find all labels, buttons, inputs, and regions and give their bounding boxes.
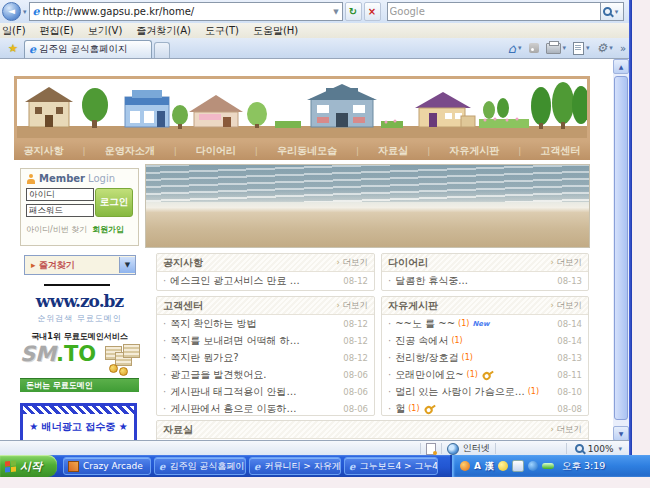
menu-tools[interactable]: 도구(T) (205, 24, 239, 38)
tools-button[interactable]: ▾ (597, 41, 613, 55)
menu-edit[interactable]: 편집(E) (40, 24, 74, 38)
feeds-button[interactable] (529, 43, 539, 53)
refresh-button[interactable]: ↻ (345, 2, 362, 21)
select-dropdown-icon[interactable]: ▼ (119, 257, 135, 273)
secret-key-icon (423, 402, 437, 415)
nav-town[interactable]: 우리동네모습 (277, 144, 337, 158)
address-toolbar: ▾ http://www.gapsu.pe.kr/home/ ▼ ↻ × ▾ (0, 0, 632, 24)
search-options-icon[interactable]: ▾ (615, 8, 619, 16)
address-dropdown-icon[interactable]: ▼ (333, 8, 338, 16)
freeboard-more-link[interactable]: 더보기 (550, 300, 582, 312)
task-crazy-arcade[interactable]: Crazy Arcade (63, 457, 151, 475)
scroll-up-icon[interactable]: ▲ (613, 59, 629, 74)
windows-flag-icon (5, 460, 16, 472)
freeboard-item[interactable]: ~~노 를 ~~ (1) New 08-14 (382, 315, 588, 332)
favorites-select[interactable]: 즐겨찾기 ▼ (24, 255, 136, 275)
menu-help[interactable]: 도움말(H) (253, 24, 298, 38)
zone-label: 인터넷 (463, 442, 490, 455)
stop-button[interactable]: × (364, 2, 381, 21)
zobz-domain[interactable]: www.zo.bz (20, 291, 139, 311)
browser-tab[interactable]: 김주임 공식홈페이지 (24, 40, 152, 58)
nav-notice[interactable]: 공지사항 (24, 144, 64, 158)
history-dropdown-icon[interactable]: ▾ (23, 8, 27, 16)
banner-ad-recruit[interactable]: ★ 배너광고 접수중 ★ (20, 403, 137, 441)
site-navigation: 공지사항| 운영자소개| 다이어리| 우리동네모습| 자료실| 자유게시판| 고… (14, 141, 590, 160)
task-community[interactable]: 커뮤니티 > 자유게... (249, 457, 341, 475)
nav-customer[interactable]: 고객센터 (540, 144, 580, 158)
notice-title: 공지사항 (163, 256, 203, 270)
task-homepage[interactable]: 김주임 공식홈페이... (154, 457, 246, 475)
free-board: 자유게시판 더보기 ~~노 를 ~~ (1) New 08-14 진공 속에서 … (381, 296, 589, 416)
archive-more-link[interactable]: 더보기 (550, 424, 582, 436)
zoom-control[interactable]: 100% ▾ (567, 444, 632, 454)
smto-ad-banner[interactable]: 국내1위 무료도메인서비스 SM.TO 돈버는 무료도메인 (20, 331, 139, 397)
customer-more-link[interactable]: 더보기 (336, 300, 368, 312)
customer-item[interactable]: 게시판에서 홈으로 이동하…08-06 (157, 400, 374, 417)
nav-diary[interactable]: 다이어리 (196, 144, 236, 158)
login-button[interactable]: 로그인 (95, 188, 133, 217)
join-link[interactable]: 회원가입 (92, 224, 124, 235)
menu-favorites[interactable]: 즐겨찾기(A) (136, 24, 191, 38)
village-banner (14, 76, 590, 141)
menu-file[interactable]: 일(F) (2, 24, 26, 38)
page-button[interactable]: ▾ (573, 42, 590, 55)
diary-title: 다이어리 (388, 256, 428, 270)
sidebar-divider (44, 284, 110, 286)
search-input[interactable] (388, 5, 600, 18)
diary-more-link[interactable]: 더보기 (550, 257, 582, 269)
print-button[interactable]: ▾ (546, 43, 567, 54)
customer-item[interactable]: 광고글을 발견했어요.08-06 (157, 366, 374, 383)
tray-messenger-icon[interactable] (498, 461, 508, 471)
ie-task-icon (254, 461, 260, 472)
customer-item[interactable]: 쪽지를 보내려면 어떡해 하…08-12 (157, 332, 374, 349)
nav-archive[interactable]: 자료실 (378, 144, 408, 158)
page-scrollbar[interactable]: ▲ ▼ (613, 59, 629, 441)
back-button[interactable] (2, 2, 21, 21)
tray-notes-icon[interactable] (512, 460, 524, 472)
customer-item[interactable]: 게시판내 태그적용이 안됩…08-06 (157, 383, 374, 400)
page-viewport: 공지사항| 운영자소개| 다이어리| 우리동네모습| 자료실| 자유게시판| 고… (0, 58, 629, 441)
password-input[interactable] (26, 204, 94, 217)
task-gnuboard[interactable]: 그누보드4 > 그누4 ... (344, 457, 438, 475)
favorites-star-icon[interactable]: ★ (8, 42, 18, 55)
ie-task-icon (159, 461, 165, 472)
zoom-icon (575, 444, 585, 454)
nav-freeboard[interactable]: 자유게시판 (449, 144, 499, 158)
tray-antivirus-icon[interactable] (542, 463, 554, 469)
smto-tagline: 국내1위 무료도메인서비스 (20, 331, 139, 342)
ime-hanja-indicator[interactable]: 漢 (485, 460, 494, 473)
find-id-link[interactable]: 아이디/비번 찾기 (26, 224, 87, 235)
customer-item[interactable]: 쪽지란 뭔가요?08-12 (157, 349, 374, 366)
search-box[interactable] (387, 2, 601, 21)
freeboard-item[interactable]: 천리향/장호걸 (1) 08-13 (382, 349, 588, 366)
notice-item[interactable]: 에스크인 광고서비스 만료 … 08-12 (157, 272, 374, 289)
toolbar-overflow-chevron[interactable]: » (620, 43, 626, 54)
new-tab-stub[interactable] (154, 42, 170, 58)
search-button[interactable]: ▾ (601, 2, 624, 21)
menu-view[interactable]: 보기(V) (88, 24, 123, 38)
customer-title: 고객센터 (163, 299, 203, 313)
scrollbar-thumb[interactable] (614, 76, 628, 420)
freeboard-item[interactable]: 헐 (1) 08-08 (382, 400, 588, 417)
freeboard-item[interactable]: 멀리 있는 사람이 가슴으로… (1) 08-10 (382, 383, 588, 400)
zobz-ad-banner[interactable]: www.zo.bz 순위검색 무료도메인 (20, 291, 139, 324)
comment-count: (1) (528, 387, 539, 396)
diary-item[interactable]: 달콤한 휴식중... 08-13 (382, 272, 588, 289)
home-button[interactable]: ▾ (508, 41, 522, 56)
address-bar[interactable]: http://www.gapsu.pe.kr/home/ ▼ (29, 2, 343, 21)
id-input[interactable] (26, 188, 94, 201)
notice-more-link[interactable]: 더보기 (336, 257, 368, 269)
scroll-down-icon[interactable]: ▼ (613, 426, 629, 441)
url-text[interactable]: http://www.gapsu.pe.kr/home/ (43, 6, 195, 17)
freeboard-item[interactable]: 진공 속에서 (1) 08-14 (382, 332, 588, 349)
freeboard-item[interactable]: 오래만이에요~ (1) 08-11 (382, 366, 588, 383)
start-button[interactable]: 시작 (0, 455, 57, 477)
zobz-subtitle: 순위검색 무료도메인 (20, 313, 139, 324)
tray-network-icon[interactable] (528, 461, 538, 471)
ime-language-indicator[interactable]: A (474, 461, 481, 471)
customer-item[interactable]: 쪽지 확인하는 방법08-12 (157, 315, 374, 332)
zoom-dropdown-icon[interactable]: ▾ (618, 445, 622, 453)
new-badge: New (472, 320, 489, 328)
tray-app-icon[interactable] (460, 461, 470, 471)
nav-about[interactable]: 운영자소개 (105, 144, 155, 158)
